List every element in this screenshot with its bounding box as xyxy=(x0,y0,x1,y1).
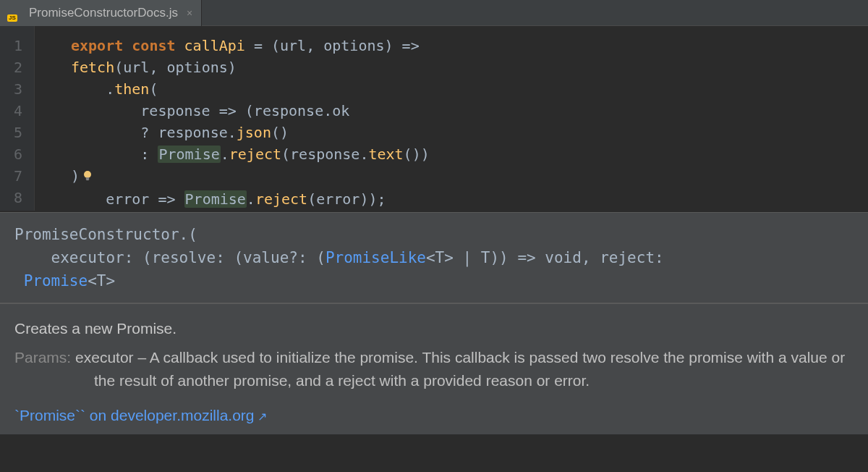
code-area[interactable]: export const callApi = (url, options) =>… xyxy=(35,26,868,211)
line-number: 3 xyxy=(0,78,22,100)
line-number: 1 xyxy=(0,35,22,56)
tab-bar: JS PromiseConstructorDocs.js × xyxy=(0,0,868,26)
code-line: fetch(url, options) xyxy=(71,56,868,78)
js-file-icon: JS xyxy=(9,6,23,20)
code-line: .then( xyxy=(71,78,868,100)
documentation-popup: PromiseConstructor.( executor: (resolve:… xyxy=(0,212,868,434)
type-link[interactable]: Promise xyxy=(24,272,88,290)
editor[interactable]: 1 2 3 4 5 6 7 8 export const callApi = (… xyxy=(0,26,868,211)
code-line: : Promise.reject(response.text()) xyxy=(71,143,868,165)
line-number: 8 xyxy=(0,187,22,208)
code-line: export const callApi = (url, options) => xyxy=(71,35,868,56)
file-tab[interactable]: JS PromiseConstructorDocs.js × xyxy=(0,0,202,26)
doc-summary: Creates a new Promise. xyxy=(14,317,854,340)
line-number: 6 xyxy=(0,143,22,165)
code-line: response => (response.ok xyxy=(71,100,868,122)
line-number: 7 xyxy=(0,165,22,187)
close-icon[interactable]: × xyxy=(187,7,192,19)
line-number: 5 xyxy=(0,122,22,143)
doc-block: Creates a new Promise. Params: executor … xyxy=(0,304,868,401)
code-line: ) xyxy=(71,165,868,188)
doc-param: Params: executor – A callback used to in… xyxy=(14,346,854,392)
line-gutter: 1 2 3 4 5 6 7 8 xyxy=(0,26,35,211)
line-number: 2 xyxy=(0,56,22,78)
tab-filename: PromiseConstructorDocs.js xyxy=(29,6,178,20)
code-line: error => Promise.reject(error)); xyxy=(71,188,868,210)
external-link-icon: ↗ xyxy=(255,410,267,423)
intention-bulb-icon[interactable] xyxy=(81,167,94,188)
type-link[interactable]: PromiseLike xyxy=(326,249,426,266)
line-number: 4 xyxy=(0,100,22,122)
svg-point-0 xyxy=(84,171,91,178)
signature-block: PromiseConstructor.( executor: (resolve:… xyxy=(0,213,868,304)
external-doc-link[interactable]: `Promise`` on developer.mozilla.org ↗ xyxy=(0,401,868,434)
code-line: ? response.json() xyxy=(71,122,868,143)
